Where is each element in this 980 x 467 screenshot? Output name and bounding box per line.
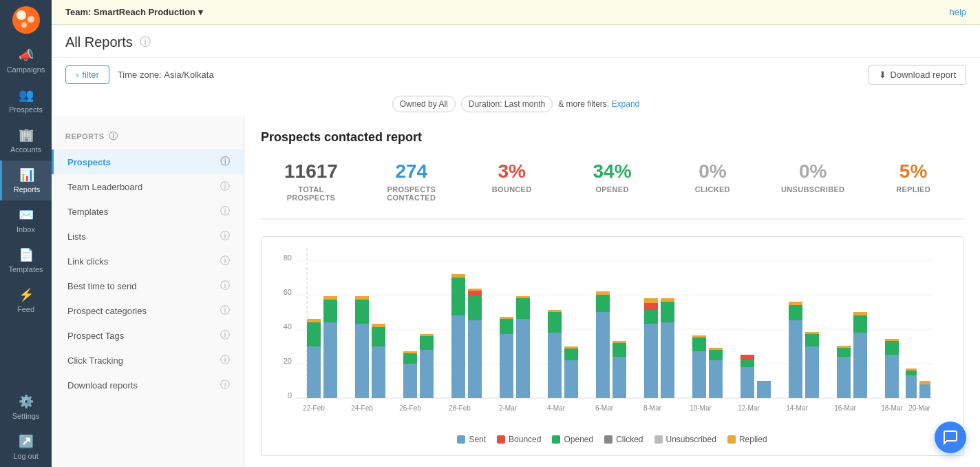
logo[interactable] [12, 6, 41, 37]
legend-bounced: Bounced [497, 435, 541, 444]
svg-rect-25 [372, 327, 385, 346]
svg-rect-23 [355, 296, 369, 300]
svg-rect-58 [644, 324, 658, 398]
legend-opened: Opened [552, 435, 593, 444]
svg-text:24-Feb: 24-Feb [351, 404, 373, 412]
nav-item-click-tracking[interactable]: Click Tracking ⓘ [52, 348, 244, 373]
owned-by-pill[interactable]: Owned by All [392, 96, 456, 112]
svg-point-3 [21, 22, 27, 28]
nav-item-templates[interactable]: Templates ⓘ [52, 199, 244, 224]
lists-nav-info-icon[interactable]: ⓘ [220, 230, 230, 242]
svg-rect-27 [403, 364, 417, 398]
svg-rect-60 [644, 303, 658, 310]
team-selector[interactable]: Team: SmartReach Production ▾ [65, 7, 203, 17]
nav-item-team-leaderboard[interactable]: Team Leaderboard ⓘ [52, 174, 244, 199]
chart-legend: Sent Bounced Opened Clicked [273, 435, 952, 444]
leaderboard-nav-info-icon[interactable]: ⓘ [220, 180, 230, 193]
nav-item-prospect-tags[interactable]: Prospect Tags ⓘ [52, 323, 244, 348]
prospects-nav-info-icon[interactable]: ⓘ [220, 156, 230, 168]
svg-rect-85 [853, 315, 867, 333]
svg-rect-83 [837, 346, 851, 348]
svg-text:14-Mar: 14-Mar [786, 404, 808, 412]
stat-bounced: 3% BOUNCED [462, 156, 562, 207]
top-bar: Team: SmartReach Production ▾ help [52, 0, 980, 25]
sidebar-item-accounts[interactable]: 🏢 Accounts [0, 121, 52, 160]
sidebar-item-templates[interactable]: 📄 Templates [0, 240, 52, 280]
report-content: Prospects contacted report 11617 TOTALPR… [244, 116, 980, 467]
svg-rect-49 [564, 360, 578, 398]
nav-item-link-clicks[interactable]: Link clicks ⓘ [52, 249, 244, 273]
svg-rect-67 [692, 335, 706, 338]
svg-rect-64 [661, 298, 674, 302]
svg-rect-80 [805, 332, 819, 334]
nav-item-best-time[interactable]: Best time to send ⓘ [52, 273, 244, 298]
nav-item-prospect-categories[interactable]: Prospect categories ⓘ [52, 298, 244, 323]
duration-pill[interactable]: Duration: Last month [461, 96, 553, 112]
svg-rect-104 [906, 375, 917, 398]
stat-clicked: 0% CLICKED [662, 156, 763, 207]
categories-nav-info-icon[interactable]: ⓘ [220, 304, 230, 317]
accounts-icon: 🏢 [19, 127, 34, 143]
sidebar-item-inbox[interactable]: ✉️ Inbox [0, 200, 52, 240]
svg-rect-77 [789, 302, 802, 305]
svg-rect-28 [403, 353, 417, 364]
sidebar-item-feed[interactable]: ⚡ Feed [0, 280, 52, 320]
svg-rect-70 [709, 348, 723, 350]
sidebar-item-reports[interactable]: 📊 Reports [0, 160, 52, 200]
page-header: All Reports ⓘ [52, 25, 980, 58]
nav-item-download-reports[interactable]: Download reports ⓘ [52, 373, 244, 397]
svg-rect-45 [516, 296, 530, 298]
svg-text:80: 80 [284, 253, 292, 262]
svg-rect-55 [612, 357, 626, 398]
tags-nav-info-icon[interactable]: ⓘ [220, 329, 230, 342]
filter-button[interactable]: › filter [65, 65, 109, 84]
svg-rect-46 [548, 333, 562, 398]
svg-rect-44 [516, 298, 530, 319]
svg-rect-89 [885, 339, 899, 341]
sidebar-item-campaigns[interactable]: 📣 Campaigns [0, 41, 52, 81]
svg-text:12-Mar: 12-Mar [738, 404, 760, 412]
legend-dot-bounced [497, 435, 505, 444]
filter-chevron-icon: › [76, 70, 78, 80]
svg-rect-39 [468, 289, 482, 291]
sidebar-item-logout[interactable]: ↗️ Log out [9, 427, 43, 467]
expand-link[interactable]: Expand [612, 99, 640, 109]
svg-text:26-Feb: 26-Feb [399, 404, 421, 412]
stats-row: 11617 TOTALPROSPECTS 274 PROSPECTSCONTAC… [261, 156, 963, 220]
svg-rect-88 [885, 341, 899, 355]
chat-bubble-button[interactable] [935, 422, 966, 453]
svg-rect-69 [709, 350, 723, 360]
svg-rect-63 [661, 302, 674, 322]
stat-label-unsubscribed: UNSUBSCRIBED [768, 185, 858, 194]
info-icon[interactable]: ⓘ [140, 35, 151, 50]
clicktracking-nav-info-icon[interactable]: ⓘ [220, 354, 230, 366]
inbox-icon: ✉️ [19, 207, 34, 222]
nav-item-prospects[interactable]: Prospects ⓘ [52, 149, 244, 174]
chart-container: 80 60 40 20 0 [261, 236, 963, 456]
sidebar-item-settings[interactable]: ⚙️ Settings [9, 387, 43, 427]
sidebar-item-prospects[interactable]: 👥 Prospects [0, 81, 52, 121]
filter-left: › filter Time zone: Asia/Kolkata [65, 65, 214, 84]
downloadreports-nav-info-icon[interactable]: ⓘ [220, 379, 230, 391]
svg-rect-79 [805, 334, 819, 346]
stat-label-bounced: BOUNCED [467, 185, 557, 194]
team-name: SmartReach Production [94, 7, 195, 17]
svg-rect-52 [596, 312, 610, 398]
linkclicks-nav-info-icon[interactable]: ⓘ [220, 255, 230, 267]
stat-label-total: TOTALPROSPECTS [266, 185, 356, 202]
nav-item-lists[interactable]: Lists ⓘ [52, 224, 244, 249]
reports-info-icon[interactable]: ⓘ [109, 130, 118, 143]
settings-icon: ⚙️ [19, 394, 34, 409]
help-link[interactable]: help [949, 7, 966, 17]
svg-rect-41 [500, 319, 513, 334]
svg-rect-66 [692, 338, 706, 351]
stat-total-prospects: 11617 TOTALPROSPECTS [261, 156, 361, 207]
besttime-nav-info-icon[interactable]: ⓘ [220, 280, 230, 292]
legend-dot-unsubscribed [654, 435, 663, 444]
stat-value-bounced: 3% [467, 161, 557, 183]
templates-icon: 📄 [19, 247, 34, 262]
legend-unsubscribed: Unsubscribed [654, 435, 716, 444]
download-report-button[interactable]: ⬇ Download report [869, 65, 966, 85]
legend-dot-opened [552, 435, 560, 444]
templates-nav-info-icon[interactable]: ⓘ [220, 205, 230, 218]
